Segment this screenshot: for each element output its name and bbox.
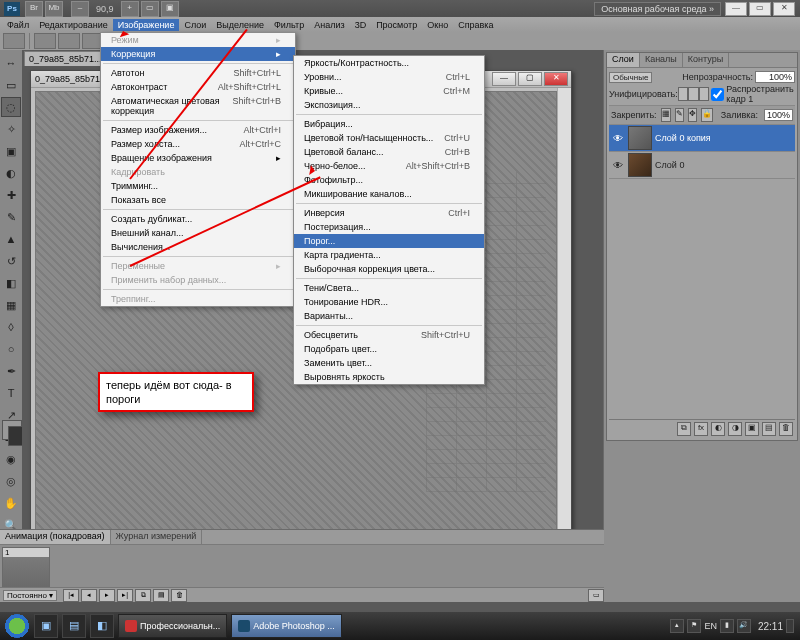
- doc-minimize-icon[interactable]: —: [492, 72, 516, 86]
- image-menu-item[interactable]: Создать дубликат...: [101, 212, 295, 226]
- start-button[interactable]: [2, 614, 32, 638]
- menu-select[interactable]: Выделение: [211, 19, 269, 31]
- pin-app-icon[interactable]: ◧: [90, 614, 114, 638]
- fill-input[interactable]: 100%: [764, 109, 793, 121]
- image-menu-item[interactable]: Вычисления...: [101, 240, 295, 254]
- adjust-menu-item[interactable]: Экспозиция...: [294, 98, 484, 112]
- menu-view[interactable]: Просмотр: [371, 19, 422, 31]
- loop-select[interactable]: Постоянно ▾: [3, 590, 57, 601]
- adjust-menu-item[interactable]: ОбесцветитьShift+Ctrl+U: [294, 328, 484, 342]
- marquee-tool[interactable]: ▭: [1, 75, 21, 95]
- propagate-checkbox[interactable]: [711, 88, 724, 101]
- pen-tool[interactable]: ✒: [1, 361, 21, 381]
- link-layers-icon[interactable]: ⧉: [677, 422, 691, 436]
- lock-brush-icon[interactable]: ✎: [675, 108, 684, 122]
- unify-position-icon[interactable]: [678, 87, 689, 101]
- bridge-button[interactable]: Br: [25, 1, 43, 17]
- menu-analysis[interactable]: Анализ: [309, 19, 349, 31]
- adjust-menu-item[interactable]: Порог...: [294, 234, 484, 248]
- image-menu-item[interactable]: Размер холста...Alt+Ctrl+C: [101, 137, 295, 151]
- adjust-menu-item[interactable]: Фотофильтр...: [294, 173, 484, 187]
- mask-icon[interactable]: ◐: [711, 422, 725, 436]
- adjust-menu-item[interactable]: Выровнять яркость: [294, 370, 484, 384]
- layer-name[interactable]: Слой 0: [655, 160, 684, 170]
- group-icon[interactable]: ▣: [745, 422, 759, 436]
- visibility-icon[interactable]: 👁: [611, 133, 625, 144]
- image-menu-item[interactable]: Показать все: [101, 193, 295, 207]
- view-arrange-button[interactable]: ▭: [141, 1, 159, 17]
- opacity-input[interactable]: 100%: [755, 71, 795, 83]
- image-menu-item[interactable]: Размер изображения...Alt+Ctrl+I: [101, 123, 295, 137]
- heal-tool[interactable]: ✚: [1, 185, 21, 205]
- pin-folder-icon[interactable]: ▤: [62, 614, 86, 638]
- menu-filter[interactable]: Фильтр: [269, 19, 309, 31]
- image-menu-item[interactable]: Тримминг...: [101, 179, 295, 193]
- adjust-menu-item[interactable]: Вибрация...: [294, 117, 484, 131]
- adjust-menu-item[interactable]: Выборочная коррекция цвета...: [294, 262, 484, 276]
- trash-icon[interactable]: 🗑: [779, 422, 793, 436]
- adjust-menu-item[interactable]: Постеризация...: [294, 220, 484, 234]
- image-menu-item[interactable]: Автоматическая цветовая коррекцияShift+C…: [101, 94, 295, 118]
- lasso-tool[interactable]: ◌: [1, 97, 21, 117]
- menu-layers[interactable]: Слои: [179, 19, 211, 31]
- image-menu-item[interactable]: Вращение изображения▸: [101, 151, 295, 165]
- lock-move-icon[interactable]: ✥: [688, 108, 697, 122]
- tray-flag-icon[interactable]: ⚑: [687, 619, 701, 633]
- close-icon[interactable]: ✕: [773, 2, 795, 16]
- tab-channels[interactable]: Каналы: [640, 53, 683, 67]
- selection-add-icon[interactable]: [58, 33, 80, 49]
- adjust-menu-item[interactable]: Яркость/Контрастность...: [294, 56, 484, 70]
- minibridge-button[interactable]: Mb: [45, 1, 63, 17]
- tray-network-icon[interactable]: ▮: [720, 619, 734, 633]
- eraser-tool[interactable]: ◧: [1, 273, 21, 293]
- new-layer-icon[interactable]: ▤: [762, 422, 776, 436]
- adjust-menu-item[interactable]: Заменить цвет...: [294, 356, 484, 370]
- brush-tool[interactable]: ✎: [1, 207, 21, 227]
- adjust-menu-item[interactable]: Черно-белое...Alt+Shift+Ctrl+B: [294, 159, 484, 173]
- show-desktop-button[interactable]: [786, 619, 794, 633]
- adjust-menu-item[interactable]: Тени/Света...: [294, 281, 484, 295]
- play-icon[interactable]: ▸: [99, 589, 115, 602]
- 3d-camera-tool[interactable]: ◎: [1, 471, 21, 491]
- tray-show-hidden-icon[interactable]: ▴: [670, 619, 684, 633]
- crop-tool[interactable]: ▣: [1, 141, 21, 161]
- tab-paths[interactable]: Контуры: [683, 53, 729, 67]
- layer-name[interactable]: Слой 0 копия: [655, 133, 711, 143]
- adjust-menu-item[interactable]: Подобрать цвет...: [294, 342, 484, 356]
- tab-layers[interactable]: Слои: [607, 53, 640, 67]
- image-menu-item[interactable]: АвтотонShift+Ctrl+L: [101, 66, 295, 80]
- first-frame-icon[interactable]: |◂: [63, 589, 79, 602]
- unify-style-icon[interactable]: [699, 87, 710, 101]
- next-frame-icon[interactable]: ▸|: [117, 589, 133, 602]
- visibility-icon[interactable]: 👁: [611, 160, 625, 171]
- adjust-menu-item[interactable]: ИнверсияCtrl+I: [294, 206, 484, 220]
- timeline-mode-icon[interactable]: ▭: [588, 589, 604, 602]
- tween-icon[interactable]: ⧉: [135, 589, 151, 602]
- dodge-tool[interactable]: ○: [1, 339, 21, 359]
- adjust-menu-item[interactable]: Микширование каналов...: [294, 187, 484, 201]
- menu-help[interactable]: Справка: [453, 19, 498, 31]
- task-photoshop[interactable]: Adobe Photoshop ...: [231, 614, 342, 638]
- selection-new-icon[interactable]: [34, 33, 56, 49]
- blur-tool[interactable]: ◊: [1, 317, 21, 337]
- menu-window[interactable]: Окно: [422, 19, 453, 31]
- prev-frame-icon[interactable]: ◂: [81, 589, 97, 602]
- gradient-tool[interactable]: ▦: [1, 295, 21, 315]
- doc-close-icon[interactable]: ✕: [544, 72, 568, 86]
- task-opera[interactable]: Профессиональн...: [118, 614, 227, 638]
- layer-thumbnail[interactable]: [628, 126, 652, 150]
- menu-edit[interactable]: Редактирование: [34, 19, 113, 31]
- zoom-out-button[interactable]: –: [71, 1, 89, 17]
- doc-maximize-icon[interactable]: ▢: [518, 72, 542, 86]
- unify-visibility-icon[interactable]: [688, 87, 699, 101]
- move-tool[interactable]: ↔: [1, 53, 21, 73]
- adjust-menu-item[interactable]: Цветовой тон/Насыщенность...Ctrl+U: [294, 131, 484, 145]
- fx-icon[interactable]: fx: [694, 422, 708, 436]
- 3d-tool[interactable]: ◉: [1, 449, 21, 469]
- layer-row[interactable]: 👁 Слой 0: [609, 152, 795, 179]
- image-menu-item[interactable]: Коррекция▸: [101, 47, 295, 61]
- tray-sound-icon[interactable]: 🔊: [737, 619, 751, 633]
- blend-mode-select[interactable]: Обычные: [609, 72, 652, 83]
- layer-row[interactable]: 👁 Слой 0 копия: [609, 125, 795, 152]
- adjust-menu-item[interactable]: Кривые...Ctrl+M: [294, 84, 484, 98]
